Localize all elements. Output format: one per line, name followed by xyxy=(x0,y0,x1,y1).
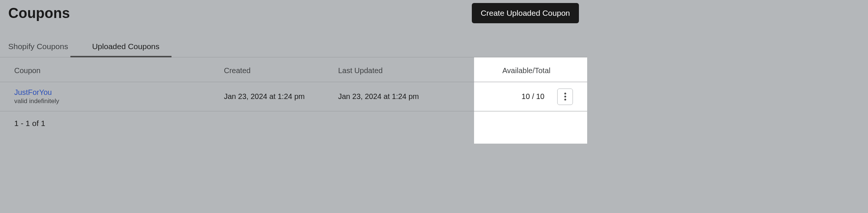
table-header: Coupon Created Last Updated Available/To… xyxy=(0,57,587,82)
coupon-cell: JustForYou valid indefinitely xyxy=(14,88,224,105)
coupon-validity: valid indefinitely xyxy=(14,98,224,105)
more-vertical-icon xyxy=(564,93,566,100)
last-updated-cell: Jan 23, 2024 at 1:24 pm xyxy=(338,92,495,101)
page-title: Coupons xyxy=(8,5,70,21)
column-header-coupon: Coupon xyxy=(14,66,224,75)
tabs-container: Shopify Coupons Uploaded Coupons xyxy=(0,37,587,57)
coupon-name-link[interactable]: JustForYou xyxy=(14,88,224,97)
column-header-available-total: Available/Total xyxy=(495,66,579,75)
created-cell: Jan 23, 2024 at 1:24 pm xyxy=(224,92,338,101)
available-total-cell: 10 / 10 xyxy=(495,88,579,105)
tab-shopify-coupons[interactable]: Shopify Coupons xyxy=(8,37,80,57)
coupons-table: Coupon Created Last Updated Available/To… xyxy=(0,57,587,111)
pagination-text: 1 - 1 of 1 xyxy=(0,111,587,135)
column-header-last-updated: Last Updated xyxy=(338,66,495,75)
table-row: JustForYou valid indefinitely Jan 23, 20… xyxy=(0,82,587,111)
create-uploaded-coupon-button[interactable]: Create Uploaded Coupon xyxy=(472,3,579,23)
tab-uploaded-coupons[interactable]: Uploaded Coupons xyxy=(80,37,172,57)
column-header-created: Created xyxy=(224,66,338,75)
available-total-value: 10 / 10 xyxy=(522,92,544,101)
row-actions-button[interactable] xyxy=(557,88,573,105)
